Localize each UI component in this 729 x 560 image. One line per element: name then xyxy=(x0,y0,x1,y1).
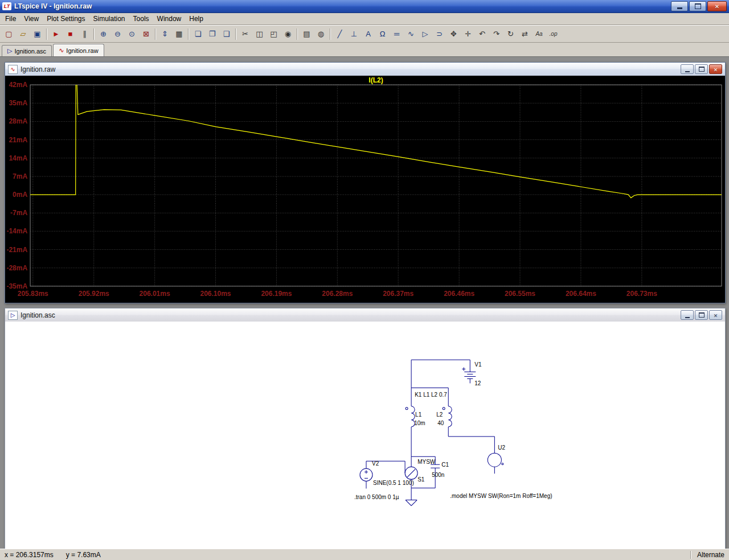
run-icon: ► xyxy=(52,30,60,38)
schematic-label-coupling: K1 L1 L2 0.7 xyxy=(415,392,447,398)
open-button[interactable]: ▱ xyxy=(16,27,30,41)
minimize-button[interactable] xyxy=(681,310,694,320)
print-button[interactable]: ▤ xyxy=(300,27,314,41)
maximize-button[interactable] xyxy=(689,1,706,11)
tab-ignition-asc[interactable]: ▷ Ignition.asc xyxy=(2,45,52,56)
spice-directive-button[interactable]: .op xyxy=(546,27,560,41)
open-icon: ▱ xyxy=(21,30,26,38)
inductor-button[interactable]: ∿ xyxy=(404,27,418,41)
new-schematic-icon: ▢ xyxy=(5,30,12,38)
schematic-client-area: V112K1 L1 L2 0.7L110mL240U2MYSWS1C1500nV… xyxy=(5,322,725,549)
autorange-y-icon: ⇕ xyxy=(162,30,168,38)
tab-label: Ignition.raw xyxy=(66,47,98,54)
new-schematic-button[interactable]: ▢ xyxy=(2,27,16,41)
resistor-icon: Ω xyxy=(380,30,386,38)
waveform-window: ∿ Ignition.raw I(L2)42mA35mA28mA21mA14mA… xyxy=(5,62,726,303)
zoom-full-button[interactable]: ⊙ xyxy=(125,27,139,41)
toolbar-separator xyxy=(235,28,236,40)
close-button[interactable] xyxy=(709,64,722,74)
schematic-label-v2_value: SINE(0.5 1 100) xyxy=(373,480,414,486)
phase-dot-L2[interactable] xyxy=(443,407,445,410)
redo-icon: ↷ xyxy=(493,30,499,38)
copy-icon: ◫ xyxy=(256,30,263,38)
print-icon: ▤ xyxy=(303,30,310,38)
waveform-window-titlebar[interactable]: ∿ Ignition.raw xyxy=(5,63,725,76)
tile-horizontal-button[interactable]: ❐ xyxy=(205,27,219,41)
terminal-dot-U2[interactable] xyxy=(502,463,503,465)
move-button[interactable]: ✥ xyxy=(447,27,461,41)
close-button[interactable] xyxy=(707,1,727,11)
save-button[interactable]: ▣ xyxy=(30,27,44,41)
rotate-button[interactable]: ↻ xyxy=(503,27,518,41)
schematic-window-titlebar[interactable]: ▷ Ignition.asc xyxy=(5,308,725,322)
menu-plot-settings[interactable]: Plot Settings xyxy=(43,14,89,24)
inductor-L2[interactable] xyxy=(448,406,452,427)
spice-directive-icon: .op xyxy=(550,31,558,37)
maximize-icon xyxy=(695,3,701,9)
grid-icon: ▦ xyxy=(175,30,182,38)
capacitor-button[interactable]: ═ xyxy=(390,27,404,41)
minimize-button[interactable] xyxy=(681,64,694,74)
menu-simulation[interactable]: Simulation xyxy=(89,14,129,24)
paste-icon: ◰ xyxy=(270,30,277,38)
find-icon: ◉ xyxy=(285,30,291,38)
zoom-back-icon: ⊠ xyxy=(143,30,149,38)
waveform-window-title: Ignition.raw xyxy=(21,65,55,73)
minimize-button[interactable] xyxy=(671,1,688,11)
undo-button[interactable]: ↶ xyxy=(475,27,489,41)
plot-title[interactable]: I(L2) xyxy=(368,76,383,84)
schematic-label-directive_tran: .tran 0 500m 0 1µ xyxy=(354,494,399,500)
text-button[interactable]: Aa xyxy=(532,27,546,41)
tab-ignition-raw[interactable]: ∿ Ignition.raw xyxy=(53,44,104,56)
zoom-in-icon: ⊕ xyxy=(100,30,107,38)
resistor-button[interactable]: Ω xyxy=(375,27,390,41)
waveform-plot-area[interactable]: I(L2)42mA35mA28mA21mA14mA7mA0mA-7mA-14mA… xyxy=(5,76,725,303)
menu-view[interactable]: View xyxy=(20,14,43,24)
schematic-wire xyxy=(407,469,415,477)
diode-button[interactable]: ▷ xyxy=(418,27,432,41)
schematic-label-s1_name: S1 xyxy=(417,476,425,483)
menu-tools[interactable]: Tools xyxy=(129,14,153,24)
component-button[interactable]: ⊃ xyxy=(432,27,447,41)
zoom-in-button[interactable]: ⊕ xyxy=(96,27,110,41)
print-preview-button[interactable]: ◍ xyxy=(314,27,328,41)
schematic-wire xyxy=(411,500,417,506)
halt-button[interactable]: ■ xyxy=(63,27,77,41)
cut-button[interactable]: ✂ xyxy=(238,27,252,41)
y-axis-tick-label: 42mA xyxy=(9,81,27,89)
paste-button[interactable]: ◰ xyxy=(267,27,281,41)
zoom-back-button[interactable]: ⊠ xyxy=(139,27,153,41)
toolbar-separator xyxy=(46,28,47,40)
menu-window[interactable]: Window xyxy=(153,14,186,24)
toolbar-separator xyxy=(297,28,298,40)
autorange-y-button[interactable]: ⇕ xyxy=(158,27,172,41)
run-button[interactable]: ► xyxy=(49,27,63,41)
cascade-button[interactable]: ❑ xyxy=(219,27,234,41)
redo-button[interactable]: ↷ xyxy=(489,27,503,41)
menu-file[interactable]: File xyxy=(1,14,20,24)
halt-icon: ■ xyxy=(68,30,73,38)
mirror-button[interactable]: ⇄ xyxy=(518,27,532,41)
tile-vertical-icon: ❏ xyxy=(195,30,202,38)
ground-button[interactable]: ⊥ xyxy=(347,27,361,41)
schematic-canvas[interactable]: V112K1 L1 L2 0.7L110mL240U2MYSWS1C1500nV… xyxy=(5,322,725,549)
pause-button[interactable]: ∥ xyxy=(77,27,92,41)
wire-button[interactable]: ╱ xyxy=(333,27,347,41)
drag-button[interactable]: ✛ xyxy=(461,27,475,41)
zoom-out-icon: ⊖ xyxy=(114,30,121,38)
y-axis-tick-label: -21mA xyxy=(6,246,27,254)
waveform-client-area: I(L2)42mA35mA28mA21mA14mA7mA0mA-7mA-14mA… xyxy=(5,76,725,303)
close-button[interactable] xyxy=(709,310,722,320)
copy-button[interactable]: ◫ xyxy=(252,27,267,41)
menu-help[interactable]: Help xyxy=(185,14,207,24)
maximize-button[interactable] xyxy=(695,64,708,74)
net-label-button[interactable]: A xyxy=(361,27,375,41)
zoom-out-button[interactable]: ⊖ xyxy=(110,27,125,41)
schematic-label-v2_name: V2 xyxy=(372,460,379,467)
spark-gap-U2[interactable] xyxy=(488,453,501,467)
grid-button[interactable]: ▦ xyxy=(172,27,186,41)
find-button[interactable]: ◉ xyxy=(281,27,295,41)
phase-dot-L1[interactable] xyxy=(406,407,408,410)
tile-vertical-button[interactable]: ❏ xyxy=(191,27,205,41)
maximize-button[interactable] xyxy=(695,310,708,320)
